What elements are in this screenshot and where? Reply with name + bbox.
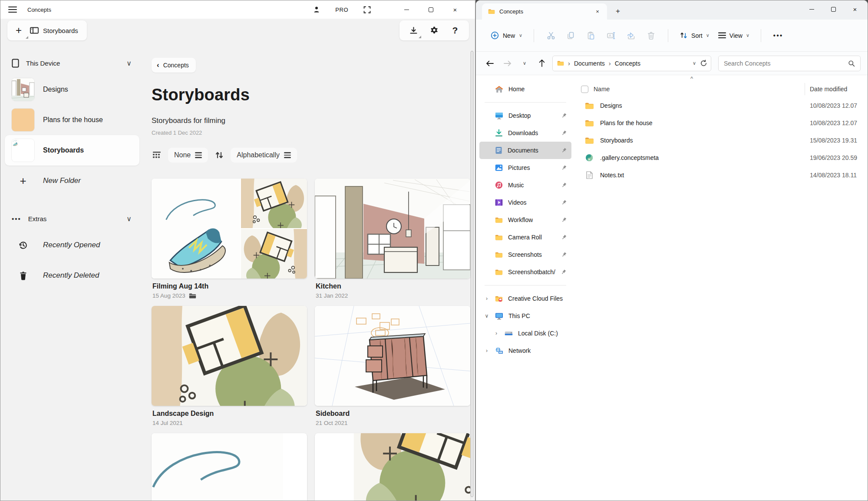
address-dropdown-chevron-icon[interactable]: ∨: [693, 60, 696, 66]
this-device-header[interactable]: This Device ∨: [0, 52, 144, 74]
explorer-tab-concepts[interactable]: Concepts ×: [482, 3, 607, 20]
maximize-button[interactable]: [419, 2, 443, 17]
tab-close-icon[interactable]: ×: [592, 7, 603, 17]
select-all-checkbox[interactable]: [581, 86, 588, 93]
nav-item-home[interactable]: Home: [479, 80, 571, 98]
close-button[interactable]: ×: [443, 2, 467, 17]
fullscreen-icon[interactable]: [360, 2, 374, 17]
file-row-gallery-conceptsmeta[interactable]: .gallery.conceptsmeta 19/06/2023 20.59: [574, 149, 868, 166]
created-date: Created 1 Dec 2022: [152, 129, 475, 136]
grid-card-sideboard[interactable]: Sideboard 21 Oct 2021: [315, 306, 470, 427]
group-by-selector[interactable]: None: [168, 148, 208, 163]
sidebar-item-designs[interactable]: Designs: [0, 74, 144, 105]
explorer-nav-pane: Home Desktop Downloads: [476, 75, 574, 501]
file-row-designs[interactable]: Designs 10/08/2023 12.07: [574, 97, 868, 114]
nav-item-desktop[interactable]: Desktop: [479, 107, 571, 124]
column-header-date-modified[interactable]: Date modified: [810, 86, 847, 93]
cut-icon[interactable]: [541, 27, 561, 44]
nav-item-workflow[interactable]: Workflow: [479, 211, 571, 229]
nav-item-documents[interactable]: Documents: [479, 142, 571, 159]
minimize-button[interactable]: [394, 2, 419, 17]
group-by-icon[interactable]: [149, 147, 165, 163]
import-download-icon[interactable]: [403, 20, 424, 40]
expand-chevron-icon[interactable]: ›: [484, 348, 490, 354]
chevron-down-icon[interactable]: ∨: [126, 59, 132, 67]
new-drawing-button[interactable]: +: [7, 20, 30, 40]
view-button[interactable]: View ∨: [714, 29, 754, 43]
pin-icon: [561, 269, 567, 275]
clock-history-icon: [12, 241, 34, 250]
nav-item-music[interactable]: Music: [479, 176, 571, 194]
file-row-storyboards[interactable]: Storyboards 15/08/2023 19.31: [574, 132, 868, 149]
nav-item-screenshotbatch[interactable]: Screenshotbatch/: [479, 263, 571, 281]
forward-arrow-icon[interactable]: [498, 55, 516, 72]
nav-item-camera-roll[interactable]: Camera Roll: [479, 229, 571, 246]
explorer-window: Concepts × + × New ∨: [476, 0, 868, 501]
nav-item-local-disk-c[interactable]: › Local Disk (C:): [479, 325, 571, 342]
chevron-down-icon: ∨: [746, 33, 749, 38]
breadcrumb-concepts[interactable]: Concepts: [615, 60, 640, 67]
grid-card-filming-aug-14th[interactable]: Filming Aug 14th 15 Aug 2023: [152, 179, 307, 300]
breadcrumb-documents[interactable]: Documents: [574, 60, 605, 67]
nav-item-network[interactable]: › Network: [479, 342, 571, 359]
nav-item-downloads[interactable]: Downloads: [479, 124, 571, 142]
back-arrow-icon[interactable]: [481, 55, 498, 72]
search-input[interactable]: Search Concepts: [718, 56, 861, 71]
column-resize-handle[interactable]: [805, 83, 805, 95]
nav-item-this-pc[interactable]: ∨ This PC: [479, 307, 571, 325]
settings-gear-icon[interactable]: [424, 20, 445, 40]
collapse-chevron-icon[interactable]: ∨: [484, 313, 490, 319]
sort-by-selector[interactable]: Alphabetically: [231, 148, 297, 163]
sidebar-item-plans-for-the-house[interactable]: Plans for the house: [0, 105, 144, 135]
nav-item-creative-cloud-files[interactable]: › Creative Cloud Files: [479, 290, 571, 307]
local-disk-icon: [505, 330, 513, 336]
expand-chevron-icon[interactable]: ›: [484, 295, 490, 302]
text-file-icon: [586, 171, 593, 179]
sort-ascending-caret[interactable]: ^: [690, 75, 693, 82]
help-icon[interactable]: ?: [445, 20, 465, 40]
paste-icon[interactable]: [581, 27, 601, 44]
extras-header[interactable]: ••• Extras ∨: [0, 207, 144, 230]
pin-icon: [561, 130, 567, 136]
chevron-down-icon[interactable]: ∨: [126, 215, 132, 223]
sidebar-item-storyboards[interactable]: Storyboards: [5, 135, 139, 166]
minimize-button[interactable]: [801, 0, 822, 18]
grid-card-landscape-design[interactable]: Landscape Design 14 Jul 2021: [152, 306, 307, 427]
vertical-scrollbar[interactable]: [471, 51, 473, 497]
recent-locations-chevron-icon[interactable]: ∨: [516, 55, 533, 72]
close-button[interactable]: ×: [844, 0, 866, 18]
nav-item-screenshots[interactable]: Screenshots: [479, 246, 571, 263]
nav-item-pictures[interactable]: Pictures: [479, 159, 571, 176]
up-arrow-icon[interactable]: [533, 55, 551, 72]
refresh-icon[interactable]: [700, 60, 707, 67]
maximize-button[interactable]: [822, 0, 844, 18]
back-button[interactable]: ‹ Concepts: [152, 58, 196, 73]
rename-icon[interactable]: A: [601, 27, 621, 44]
sort-button[interactable]: Sort ∨: [675, 28, 714, 43]
boards-icon: [30, 27, 39, 34]
new-tab-button[interactable]: +: [611, 5, 624, 18]
folder-description[interactable]: Storyboards for filming: [152, 116, 475, 125]
grid-card-kitchen[interactable]: Kitchen 31 Jan 2022: [315, 179, 470, 300]
expand-chevron-icon[interactable]: ›: [493, 330, 499, 336]
account-person-icon[interactable]: [309, 2, 324, 17]
share-icon[interactable]: [621, 27, 641, 44]
grid-card-partial-left[interactable]: [152, 433, 307, 501]
new-folder-button[interactable]: + New Folder: [0, 166, 144, 196]
breadcrumb-bar[interactable]: › Documents › Concepts ∨: [552, 56, 711, 71]
nav-item-videos[interactable]: Videos: [479, 194, 571, 211]
new-button[interactable]: New ∨: [486, 28, 527, 43]
file-row-plans-for-the-house[interactable]: Plans for the house 10/08/2023 12.07: [574, 114, 868, 132]
recently-deleted-item[interactable]: Recently Deleted: [0, 260, 144, 291]
hamburger-menu-icon[interactable]: [8, 7, 17, 13]
sort-direction-icon[interactable]: [211, 147, 227, 163]
delete-icon[interactable]: [641, 27, 661, 44]
file-row-notes-txt[interactable]: Notes.txt 14/08/2023 18.11: [574, 166, 868, 184]
column-header-name[interactable]: Name: [594, 86, 610, 93]
copy-icon[interactable]: [561, 27, 581, 44]
see-more-icon[interactable]: •••: [768, 27, 788, 44]
grid-card-partial-right[interactable]: [315, 433, 470, 501]
recently-opened-item[interactable]: Recently Opened: [0, 230, 144, 260]
collection-switcher[interactable]: + Storyboards: [7, 20, 87, 40]
gallery-actions: ?: [399, 20, 469, 40]
